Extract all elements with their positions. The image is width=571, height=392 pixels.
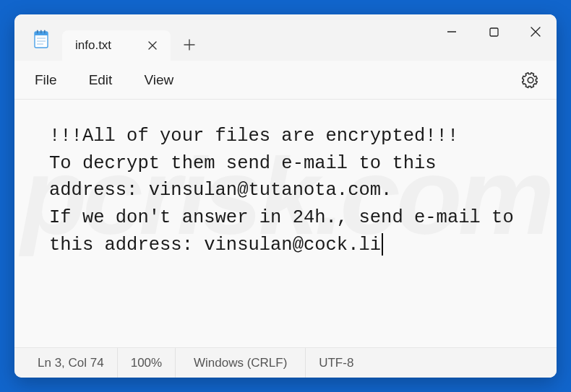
tab-strip: info.txt xyxy=(62,14,204,61)
maximize-button[interactable] xyxy=(473,14,515,49)
text-caret xyxy=(382,233,383,256)
menu-file[interactable]: File xyxy=(35,72,57,88)
text-editor-area[interactable]: !!!All of your files are encrypted!!! To… xyxy=(14,100,557,347)
titlebar[interactable]: info.txt xyxy=(14,14,557,61)
document-content: !!!All of your files are encrypted!!! To… xyxy=(49,126,525,256)
tab-info-txt[interactable]: info.txt xyxy=(62,30,171,61)
menubar: File Edit View xyxy=(14,61,557,100)
statusbar: Ln 3, Col 74 100% Windows (CRLF) UTF-8 xyxy=(14,347,557,378)
svg-rect-2 xyxy=(37,30,38,34)
menu-edit[interactable]: Edit xyxy=(89,72,113,88)
menu-view[interactable]: View xyxy=(144,72,173,88)
status-cursor-position[interactable]: Ln 3, Col 74 xyxy=(35,348,118,378)
notepad-app-icon xyxy=(32,30,49,48)
status-line-ending[interactable]: Windows (CRLF) xyxy=(176,348,306,378)
minimize-button[interactable] xyxy=(431,14,473,49)
close-window-button[interactable] xyxy=(515,14,557,49)
tab-title: info.txt xyxy=(75,38,111,53)
window-controls xyxy=(431,14,557,49)
settings-button[interactable] xyxy=(518,67,544,93)
gear-icon xyxy=(522,71,539,89)
svg-rect-4 xyxy=(44,30,46,34)
svg-rect-9 xyxy=(490,28,498,36)
notepad-window: pcrisk.com info.txt xyxy=(14,14,557,378)
status-zoom[interactable]: 100% xyxy=(118,348,176,378)
tab-close-button[interactable] xyxy=(143,36,162,55)
status-encoding[interactable]: UTF-8 xyxy=(306,348,366,378)
new-tab-button[interactable] xyxy=(175,30,204,59)
svg-rect-3 xyxy=(40,30,42,34)
